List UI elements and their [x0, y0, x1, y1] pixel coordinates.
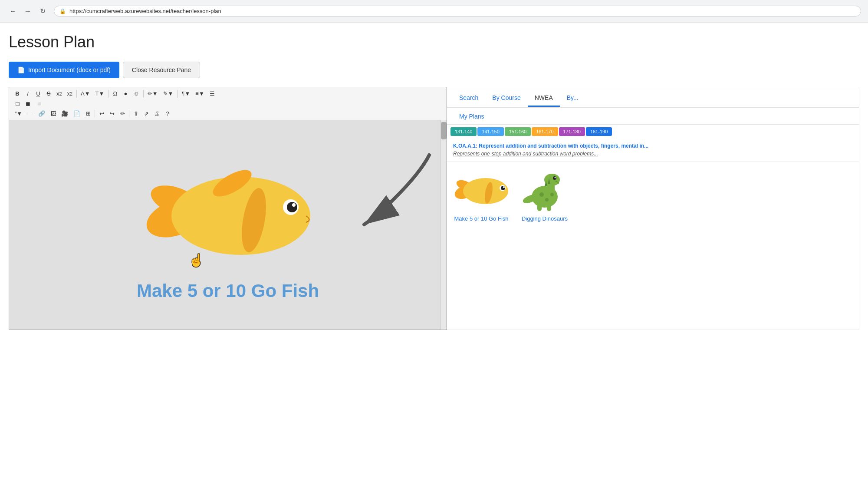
range-chip-141-150[interactable]: 141-150 — [477, 127, 503, 136]
underline-button[interactable]: U — [33, 89, 43, 98]
svg-rect-25 — [547, 203, 551, 211]
svg-point-15 — [503, 186, 505, 188]
browser-chrome: ← → ↻ 🔒 https://cumcrafterweb.azurewebsi… — [0, 0, 868, 23]
right-panel: Search By Course NWEA By... My Plans — [447, 87, 859, 330]
separator-5 — [95, 110, 95, 118]
fish-image: ☝ — [137, 149, 319, 272]
go-fish-label: Make 5 or 10 Go Fish — [454, 215, 509, 222]
import-icon: 📄 — [17, 66, 25, 73]
help-button[interactable]: ? — [163, 109, 172, 118]
forward-button[interactable]: → — [22, 5, 34, 17]
pen-button[interactable]: ✏▼ — [145, 89, 160, 98]
svg-point-6 — [287, 202, 297, 212]
resource-card-dinosaur[interactable]: Digging Dinosaurs — [516, 168, 573, 222]
dinosaur-label: Digging Dinosaurs — [522, 215, 568, 222]
editor-scrollbar[interactable] — [441, 120, 447, 330]
close-resource-pane-button[interactable]: Close Resource Pane — [123, 62, 200, 78]
svg-point-20 — [555, 177, 556, 178]
highlight-button[interactable]: ● — [121, 89, 130, 98]
svg-point-2 — [171, 177, 310, 255]
toolbar-line-1: B I U S x2 x2 A▼ T▼ Ω ● ☺ ✏▼ ✎▼ — [13, 89, 443, 98]
fullscreen-button[interactable]: ⇗ — [141, 109, 151, 118]
brush-button[interactable]: ✎▼ — [161, 89, 176, 98]
undo-button[interactable]: ↩ — [97, 109, 106, 118]
svg-point-21 — [539, 192, 544, 197]
indent-button[interactable]: ◽ — [33, 99, 45, 108]
reload-button[interactable]: ↻ — [36, 5, 49, 17]
text-style-button[interactable]: T▼ — [93, 89, 107, 98]
range-chip-171-180[interactable]: 171-180 — [559, 127, 585, 136]
align-button[interactable]: ≡▼ — [193, 89, 206, 98]
special-char-button[interactable]: Ω — [110, 89, 120, 98]
nav-buttons: ← → ↻ — [7, 5, 49, 17]
standard-description[interactable]: Represents one-step addition and subtrac… — [453, 151, 853, 157]
video-button[interactable]: 🎥 — [59, 109, 70, 118]
svg-point-22 — [545, 198, 549, 201]
page-title: Lesson Plan — [9, 33, 859, 51]
dinosaur-image — [521, 168, 569, 212]
italic-button[interactable]: I — [23, 89, 33, 98]
tab-nwea[interactable]: NWEA — [528, 91, 560, 107]
range-chip-161-170[interactable]: 161-170 — [532, 127, 558, 136]
editor-canvas[interactable]: ☝ Make 5 or 10 Go Fish — [9, 120, 447, 330]
tab-by-other[interactable]: By... — [560, 91, 585, 107]
separator-4 — [177, 90, 178, 98]
resource-card-go-fish[interactable]: Make 5 or 10 Go Fish — [453, 168, 510, 222]
game-title: Make 5 or 10 Go Fish — [137, 281, 319, 301]
eraser-button[interactable]: ✏ — [118, 109, 127, 118]
range-chip-151-160[interactable]: 151-160 — [505, 127, 531, 136]
range-chip-181-190[interactable]: 181-190 — [586, 127, 612, 136]
table-button[interactable]: ⊞ — [83, 109, 93, 118]
superscript-button[interactable]: x2 — [65, 89, 75, 98]
resource-cards: Make 5 or 10 Go Fish — [447, 162, 859, 229]
standard-code: K.OA.A.1: Represent addition and subtrac… — [453, 143, 853, 149]
import-label: Import Document (docx or pdf) — [28, 66, 111, 73]
paragraph-button[interactable]: ¶▼ — [179, 89, 192, 98]
hr-button[interactable]: ― — [25, 109, 35, 118]
import-document-button[interactable]: 📄 Import Document (docx or pdf) — [9, 62, 119, 78]
redo-button[interactable]: ↪ — [107, 109, 117, 118]
subscript-button[interactable]: x2 — [54, 89, 64, 98]
action-toolbar: 📄 Import Document (docx or pdf) Close Re… — [9, 62, 859, 78]
page-content: Lesson Plan 📄 Import Document (docx or p… — [0, 23, 868, 330]
range-chip-131-140[interactable]: 131-140 — [450, 127, 477, 136]
editor-toolbar: B I U S x2 x2 A▼ T▼ Ω ● ☺ ✏▼ ✎▼ — [9, 87, 447, 120]
svg-point-7 — [292, 203, 296, 207]
arrow-overlay — [351, 146, 438, 233]
bold-button[interactable]: B — [13, 89, 22, 98]
scrollbar-thumb[interactable] — [441, 122, 447, 139]
svg-point-14 — [501, 186, 505, 190]
go-fish-thumbnail — [453, 168, 510, 212]
hand-cursor: ☝ — [189, 253, 204, 268]
svg-rect-24 — [537, 203, 542, 211]
svg-point-23 — [550, 193, 554, 196]
select-button[interactable]: ⇧ — [131, 109, 141, 118]
tab-search[interactable]: Search — [452, 91, 485, 107]
tab-by-course[interactable]: By Course — [485, 91, 527, 107]
lock-icon: 🔒 — [59, 8, 66, 14]
list-button[interactable]: ☰ — [207, 89, 217, 98]
url-text: https://cumcrafterweb.azurewebsites.net/… — [69, 8, 221, 14]
editor-area: B I U S x2 x2 A▼ T▼ Ω ● ☺ ✏▼ ✎▼ — [9, 87, 447, 330]
tab-my-plans[interactable]: My Plans — [452, 109, 854, 124]
print-button[interactable]: 🖨 — [152, 109, 162, 118]
tabs-row: Search By Course NWEA By... — [447, 87, 859, 108]
standards-section: K.OA.A.1: Represent addition and subtrac… — [447, 139, 859, 162]
address-bar[interactable]: 🔒 https://cumcrafterweb.azurewebsites.ne… — [54, 6, 861, 17]
main-layout: B I U S x2 x2 A▼ T▼ Ω ● ☺ ✏▼ ✎▼ — [9, 87, 859, 330]
unordered-list-button[interactable]: ◻ — [13, 99, 22, 108]
back-button[interactable]: ← — [7, 5, 19, 17]
emoji-button[interactable]: ☺ — [131, 89, 141, 98]
dinosaur-thumbnail — [521, 168, 569, 212]
close-pane-label: Close Resource Pane — [132, 66, 191, 73]
ordered-list-button[interactable]: ◼ — [23, 99, 33, 108]
link-button[interactable]: 🔗 — [36, 109, 47, 118]
toolbar-line-2: ◻ ◼ ◽ — [13, 99, 443, 108]
blockquote-button[interactable]: “▼ — [13, 109, 24, 118]
toolbar-line-3: “▼ ― 🔗 🖼 🎥 📄 ⊞ ↩ ↪ ✏ ⇧ ⇗ 🖨 ? — [13, 109, 443, 118]
document-button[interactable]: 📄 — [71, 109, 82, 118]
strikethrough-button[interactable]: S — [44, 89, 53, 98]
range-bar: 131-140 141-150 151-160 161-170 171-180 … — [447, 125, 859, 139]
image-button[interactable]: 🖼 — [48, 109, 58, 118]
font-color-button[interactable]: A▼ — [79, 89, 92, 98]
